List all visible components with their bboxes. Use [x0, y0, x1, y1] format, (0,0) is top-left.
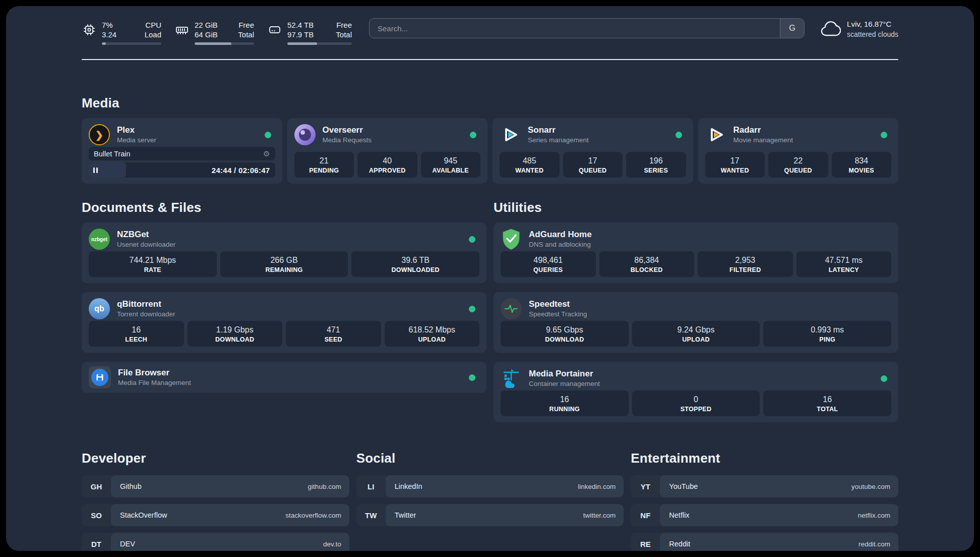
app-card-adguard[interactable]: AdGuard Home DNS and adblocking 498,461 … — [494, 222, 898, 283]
stat-tile-pending: 21 PENDING — [294, 152, 354, 178]
stat-tile-ping: 0.993 ms PING — [763, 321, 891, 347]
plex-now-playing: Bullet Train ⚙ 24:44 / 02:06:47 — [89, 147, 275, 178]
bookmarks-developer: Developer GH Github github.com SO StackO… — [82, 451, 349, 551]
bookmark-reddit[interactable]: RE Reddit reddit.com — [631, 533, 898, 551]
ram-total-value: 64 GiB — [195, 30, 218, 39]
app-subtitle: Media server — [117, 136, 258, 145]
cpu-progress-bar — [102, 42, 161, 45]
bookmark-url: dev.to — [323, 540, 341, 548]
app-card-portainer[interactable]: Media Portainer Container management 16 … — [494, 362, 898, 422]
section-title-entertainment: Entertainment — [631, 451, 898, 466]
app-card-qbittorrent[interactable]: qb qBittorrent Torrent downloader 16 LEE… — [82, 292, 486, 353]
bookmark-url: reddit.com — [859, 540, 890, 548]
app-card-overseerr[interactable]: Overseerr Media Requests 21 PENDING 40 A… — [287, 118, 488, 184]
bookmark-abbr: LI — [356, 475, 386, 497]
bookmark-twitter[interactable]: TW Twitter twitter.com — [356, 504, 624, 526]
app-card-radarr[interactable]: Radarr Movie management 17 WANTED 22 QUE… — [698, 118, 899, 184]
gear-icon[interactable]: ⚙ — [263, 150, 270, 157]
cpu-load-label: Load — [145, 30, 161, 39]
bookmark-url: linkedin.com — [578, 483, 616, 490]
stat-tile-upload: 9.24 Gbps UPLOAD — [632, 321, 760, 347]
utilities-column: Utilities AdGuard Home DNS and a — [494, 184, 898, 422]
bookmark-stackoverflow[interactable]: SO StackOverflow stackoverflow.com — [82, 504, 349, 526]
bookmark-name: DEV — [120, 540, 135, 548]
cloud-icon — [820, 21, 841, 38]
app-card-filebrowser[interactable]: File Browser Media File Management — [82, 362, 486, 393]
bookmark-abbr: DT — [82, 533, 111, 551]
disk-total-value: 97.9 TB — [287, 30, 314, 39]
header: 7% 3.24 CPU Load — [82, 18, 898, 45]
app-name: File Browser — [118, 367, 462, 378]
app-subtitle: Container management — [529, 379, 874, 388]
app-name: Media Portainer — [529, 368, 874, 379]
app-subtitle: Torrent downloader — [117, 310, 462, 319]
stat-tile-running: 16 RUNNING — [501, 391, 629, 416]
qbittorrent-logo-icon: qb — [89, 298, 110, 319]
ram-free-label: Free — [238, 20, 254, 30]
ram-total-label: Total — [238, 30, 254, 39]
disk-progress-bar — [287, 42, 352, 45]
app-card-nzbget[interactable]: nzbget NZBGet Usenet downloader 744.21 M… — [82, 222, 486, 283]
overseerr-logo-icon — [294, 124, 316, 145]
memory-stat: 22 GiB 64 GiB Free Total — [174, 20, 254, 45]
bookmark-github[interactable]: GH Github github.com — [82, 475, 349, 497]
bookmark-abbr: YT — [631, 475, 660, 497]
disk-icon — [267, 22, 282, 37]
app-name: Radarr — [733, 125, 874, 135]
bookmark-linkedin[interactable]: LI LinkedIn linkedin.com — [356, 475, 624, 497]
ram-icon — [174, 22, 190, 37]
status-dot — [881, 375, 887, 382]
bookmark-abbr: SO — [82, 504, 111, 526]
app-card-plex[interactable]: ❯ Plex Media server Bullet Train ⚙ 24:44… — [82, 118, 282, 184]
bookmark-name: LinkedIn — [395, 482, 422, 490]
status-dot — [469, 374, 475, 381]
stat-tile-available: 945 AVAILABLE — [421, 152, 481, 178]
app-subtitle: Media Requests — [323, 136, 463, 145]
stat-tile-movies: 834 MOVIES — [832, 152, 892, 178]
stat-tile-latency: 47.571 ms LATENCY — [797, 251, 892, 277]
search-input[interactable] — [370, 19, 780, 38]
disk-total-label: Total — [336, 30, 352, 39]
bookmark-name: Netflix — [669, 511, 689, 519]
section-title-media: Media — [82, 95, 898, 111]
bookmark-youtube[interactable]: YT YouTube youtube.com — [631, 475, 898, 497]
filebrowser-logo-icon — [89, 366, 111, 388]
cpu-load-value: 3.24 — [102, 30, 116, 39]
search-engine-button[interactable]: G — [780, 19, 804, 38]
bookmark-abbr: NF — [631, 504, 660, 526]
bookmark-netflix[interactable]: NF Netflix netflix.com — [631, 504, 898, 526]
bookmark-name: StackOverflow — [120, 511, 167, 519]
system-stats: 7% 3.24 CPU Load — [82, 18, 352, 45]
header-divider — [82, 59, 898, 60]
app-card-sonarr[interactable]: Sonarr Series management 485 WANTED 17 Q… — [493, 118, 693, 184]
app-name: qBittorrent — [117, 299, 462, 309]
stat-tile-remaining: 266 GB REMAINING — [220, 251, 348, 277]
bookmark-name: Twitter — [395, 511, 416, 519]
stat-tile-queued: 22 QUEUED — [768, 152, 828, 178]
search-bar: G — [369, 18, 805, 38]
app-name: Sonarr — [528, 125, 668, 135]
bookmark-url: twitter.com — [583, 512, 616, 519]
app-subtitle: Series management — [528, 136, 668, 145]
stat-tile-blocked: 86,384 BLOCKED — [599, 251, 695, 277]
status-dot — [265, 132, 271, 138]
weather-location-temp: Lviv, 16.87°C — [847, 19, 898, 29]
app-card-speedtest[interactable]: Speedtest Speedtest Tracking 9.65 Gbps D… — [494, 292, 898, 353]
stat-tile-rate: 744.21 Mbps RATE — [89, 251, 217, 277]
bookmarks-social: Social LI LinkedIn linkedin.com TW Twitt… — [356, 451, 624, 551]
ram-free-value: 22 GiB — [195, 20, 218, 30]
playback-time: 24:44 / 02:06:47 — [212, 166, 270, 175]
pause-icon[interactable] — [93, 168, 98, 173]
stat-tile-seed: 471 SEED — [286, 321, 381, 347]
cpu-label: CPU — [145, 20, 161, 30]
section-title-utilities: Utilities — [494, 200, 898, 215]
playback-progress-bar[interactable]: 24:44 / 02:06:47 — [89, 162, 275, 178]
app-name: NZBGet — [117, 229, 462, 240]
bookmark-dev[interactable]: DT DEV dev.to — [82, 533, 349, 551]
app-name: AdGuard Home — [529, 229, 891, 240]
disk-stat: 52.4 TB 97.9 TB Free Total — [267, 20, 352, 45]
bookmark-url: youtube.com — [851, 483, 890, 490]
bookmark-url: github.com — [308, 483, 341, 490]
stat-tile-stopped: 0 STOPPED — [632, 391, 760, 416]
cpu-stat: 7% 3.24 CPU Load — [82, 20, 161, 45]
